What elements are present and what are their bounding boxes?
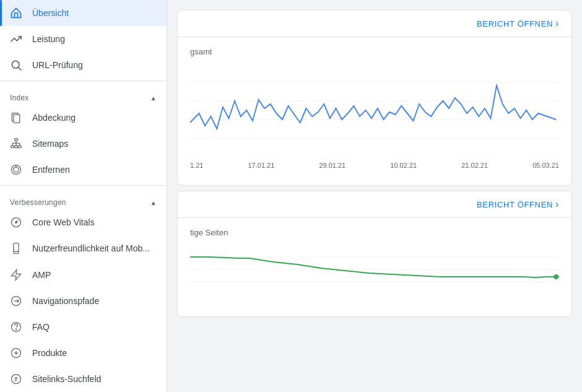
line-chart-2	[190, 245, 559, 294]
sidebar-item-sitemaps[interactable]: Sitemaps	[0, 131, 167, 157]
sidebar-item-amp[interactable]: AMP	[0, 262, 167, 288]
sidebar-item-label-abdeckung: Abdeckung	[32, 113, 76, 123]
sidebar-item-label-leistung: Leistung	[32, 34, 65, 44]
chevron-up-icon: ▲	[150, 95, 157, 102]
svg-rect-5	[11, 146, 14, 148]
sidebar-item-abdeckung[interactable]: Abdeckung	[0, 105, 167, 131]
chevron-right-icon-2: ›	[555, 199, 559, 210]
sidebar-item-label-sitelinks: Sitelinks-Suchfeld	[32, 374, 101, 384]
svg-point-0	[12, 61, 19, 69]
home-icon	[10, 7, 22, 19]
chevron-right-icon-1: ›	[555, 18, 559, 29]
card-1-body: gsamt 1.21 17.01.21 29.01.21 10.02.21 2	[178, 37, 571, 185]
bericht-label-1: BERICHT ÖFFNEN	[477, 19, 553, 28]
sidebar-item-entfernen[interactable]: Entfernen	[0, 157, 167, 183]
bericht-link-2[interactable]: BERICHT ÖFFNEN ›	[477, 199, 559, 210]
sidebar-item-produkte[interactable]: Produkte	[0, 340, 167, 366]
card-2-body: tige Seiten	[178, 218, 571, 316]
card-2-header: BERICHT ÖFFNEN ›	[178, 191, 571, 218]
sidebar-item-label-url: URL-Prüfung	[32, 60, 83, 70]
sitelinks-icon	[10, 373, 22, 385]
bolt-icon	[10, 269, 22, 281]
sidebar-item-nutzerfreundlichkeit[interactable]: Nutzerfreundlichkeit auf Mob...	[0, 235, 167, 261]
sidebar-item-label-uebersicht: Übersicht	[32, 8, 69, 18]
smartphone-icon	[10, 242, 22, 255]
sidebar-item-navigationspfade[interactable]: Navigationspfade	[0, 288, 167, 314]
card-1: BERICHT ÖFFNEN › gsamt 1.21 17.01.21	[177, 10, 572, 186]
sitemap-icon	[10, 137, 22, 150]
sidebar-item-label-nav: Navigationspfade	[32, 296, 99, 306]
sidebar-item-label-cwv: Core Web Vitals	[32, 217, 95, 227]
sidebar-item-label-faq: FAQ	[32, 322, 50, 332]
sidebar: Übersicht Leistung URL-Prüfung Index ▲ A…	[0, 0, 167, 392]
products-icon	[10, 347, 22, 359]
sidebar-item-label-amp: AMP	[32, 270, 51, 280]
divider-1	[0, 81, 167, 81]
svg-point-17	[15, 222, 17, 224]
file-copy-icon	[10, 111, 22, 124]
sidebar-item-label-produkte: Produkte	[32, 348, 67, 358]
line-chart-1	[190, 64, 559, 157]
sidebar-item-sitelinks[interactable]: Sitelinks-Suchfeld	[0, 366, 167, 392]
section-label-index: Index	[10, 94, 29, 102]
card-1-header: BERICHT ÖFFNEN ›	[178, 11, 571, 37]
section-label-verbesserungen: Verbesserungen	[10, 198, 66, 207]
remove-circle-icon	[10, 163, 22, 176]
svg-rect-6	[15, 146, 18, 148]
sidebar-item-label-sitemaps: Sitemaps	[32, 139, 68, 149]
sidebar-item-leistung[interactable]: Leistung	[0, 26, 167, 52]
svg-line-1	[19, 68, 22, 71]
faq-icon	[10, 321, 22, 333]
chart-area-2	[190, 245, 559, 307]
svg-marker-20	[12, 269, 21, 280]
section-header-verbesserungen[interactable]: Verbesserungen ▲	[0, 193, 167, 209]
search-icon	[10, 59, 22, 71]
section-header-index[interactable]: Index ▲	[0, 89, 167, 105]
svg-point-23	[15, 329, 16, 329]
sidebar-item-faq[interactable]: FAQ	[0, 314, 167, 340]
svg-rect-18	[14, 243, 19, 254]
breadcrumb-icon	[10, 295, 22, 307]
card-1-subtitle: gsamt	[190, 47, 559, 56]
svg-point-33	[554, 274, 558, 279]
svg-rect-7	[18, 146, 21, 148]
svg-rect-4	[15, 139, 18, 141]
chart-area-1: 1.21 17.01.21 29.01.21 10.02.21 21.02.21…	[190, 64, 559, 175]
sidebar-item-label-entfernen: Entfernen	[32, 165, 70, 175]
svg-point-14	[14, 167, 19, 172]
bericht-link-1[interactable]: BERICHT ÖFFNEN ›	[477, 18, 559, 29]
sidebar-item-uebersicht[interactable]: Übersicht	[0, 0, 167, 26]
chevron-up-icon-2: ▲	[150, 199, 157, 206]
sidebar-item-label-nutzer: Nutzerfreundlichkeit auf Mob...	[32, 243, 150, 253]
card-2: BERICHT ÖFFNEN › tige Seiten	[177, 191, 572, 317]
main-content: BERICHT ÖFFNEN › gsamt 1.21 17.01.21	[167, 0, 582, 392]
sidebar-item-core-web-vitals[interactable]: Core Web Vitals	[0, 209, 167, 235]
chart-x-labels: 1.21 17.01.21 29.01.21 10.02.21 21.02.21…	[190, 159, 559, 169]
sidebar-item-url-pruefung[interactable]: URL-Prüfung	[0, 52, 167, 78]
divider-2	[0, 185, 167, 186]
speed-icon	[10, 216, 22, 229]
trending-up-icon	[10, 33, 22, 45]
svg-rect-3	[14, 115, 20, 123]
bericht-label-2: BERICHT ÖFFNEN	[477, 200, 553, 209]
card-2-subtitle: tige Seiten	[190, 228, 559, 237]
